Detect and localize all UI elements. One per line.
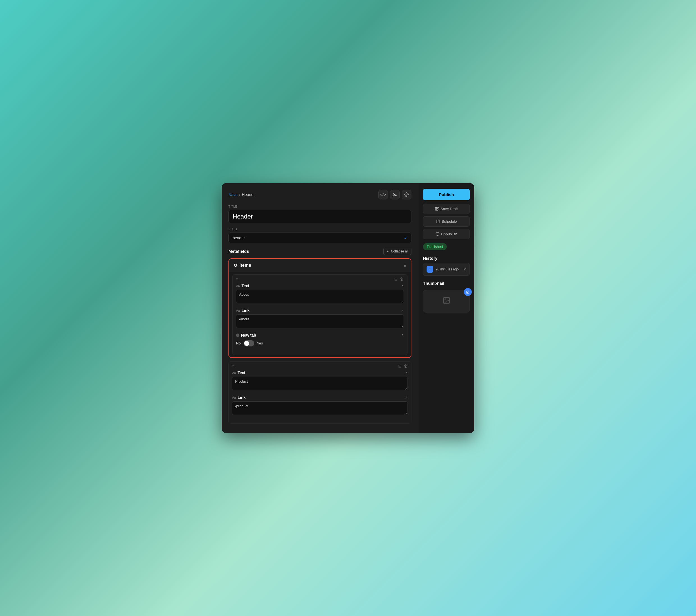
toggle-no-label: No (236, 341, 241, 345)
thumbnail-title: Thumbnail (423, 281, 470, 286)
settings-icon-button[interactable] (402, 190, 411, 199)
text-textarea[interactable]: About (236, 290, 404, 303)
text-field-title-2: Aa Text (232, 371, 245, 375)
drag-handle-icon-2[interactable]: ≡ (232, 364, 234, 368)
publish-button[interactable]: Publish (423, 189, 470, 200)
new-tab-field-row: New tab ∧ No Yes (236, 333, 404, 347)
sub-item-actions-2: ⊞ 🗑 (398, 364, 408, 368)
main-content: Navs / Header </> (222, 183, 418, 433)
items-block-second: ≡ ⊞ 🗑 Aa Text ∧ Product (228, 361, 411, 424)
history-time: 20 minutes ago (436, 267, 459, 271)
breadcrumb-navs[interactable]: Navs (228, 192, 237, 197)
slug-input[interactable] (228, 232, 411, 243)
items-label: Items (239, 263, 251, 268)
title-label: TITLE (228, 205, 411, 208)
text-field-label-row: Aa Text ∧ (236, 283, 404, 288)
link-field-row-2: Aa Link ∧ /product (232, 395, 408, 416)
history-item-left: ✦ 20 minutes ago (427, 266, 459, 273)
link-textarea-2[interactable]: /product (232, 401, 408, 415)
new-tab-toggle[interactable] (243, 340, 254, 346)
schedule-icon (436, 220, 440, 223)
title-field-group: TITLE (228, 205, 411, 223)
link-field-title-2: Aa Link (232, 395, 246, 400)
text-field-chevron[interactable]: ∧ (401, 284, 404, 288)
thumbnail-box (423, 290, 470, 312)
text-label: Text (241, 283, 249, 288)
link-type-prefix-2: Aa (232, 396, 236, 399)
text-label-2: Text (237, 371, 245, 375)
link-label: Link (241, 308, 250, 313)
schedule-label: Schedule (441, 220, 457, 224)
code-icon-button[interactable]: </> (378, 190, 388, 199)
slug-check-icon: ✓ (404, 235, 408, 240)
metafields-title: Metafields (228, 249, 249, 254)
sidebar: Publish Save Draft Schedule Unpublish (418, 183, 474, 433)
text-type-prefix: Aa (236, 284, 240, 288)
new-tab-field-label-row: New tab ∧ (236, 333, 404, 338)
link-type-prefix: Aa (236, 309, 240, 312)
link-label-2: Link (237, 395, 246, 400)
history-item[interactable]: ✦ 20 minutes ago ∨ (423, 263, 470, 276)
edit-pencil-icon (466, 290, 470, 294)
title-input[interactable] (228, 210, 411, 223)
link-field-title: Aa Link (236, 308, 250, 313)
sub-item-card-1: ≡ ⊞ 🗑 Aa Text ∧ (232, 274, 408, 355)
metafields-header: Metafields ✦ Collapse all (228, 248, 411, 255)
slug-label: SLUG (228, 228, 411, 231)
field-section-1: Aa Text ∧ About Aa Link (233, 283, 407, 355)
schedule-button[interactable]: Schedule (423, 216, 470, 227)
top-bar: Navs / Header </> (228, 190, 411, 199)
drag-handle-icon[interactable]: ≡ (236, 277, 238, 281)
svg-rect-2 (437, 220, 440, 223)
collapse-all-button[interactable]: ✦ Collapse all (383, 248, 411, 255)
link-field-label-row-2: Aa Link ∧ (232, 395, 408, 400)
unpublish-button[interactable]: Unpublish (423, 229, 470, 239)
items-block-title: ↻ Items (234, 263, 251, 268)
sub-item-actions: ⊞ 🗑 (394, 277, 404, 281)
app-container: Navs / Header </> (222, 183, 474, 433)
toggle-row: No Yes (236, 339, 404, 347)
collapse-label: Collapse all (391, 249, 408, 253)
save-draft-button[interactable]: Save Draft (423, 204, 470, 214)
copy-icon-2[interactable]: ⊞ (398, 364, 401, 368)
delete-icon-2[interactable]: 🗑 (404, 364, 408, 368)
new-tab-chevron[interactable]: ∧ (401, 333, 404, 337)
sub-item-toolbar-1: ≡ ⊞ 🗑 (233, 275, 407, 283)
history-avatar: ✦ (427, 266, 433, 273)
text-field-row-2: Aa Text ∧ Product (232, 371, 408, 391)
link-field-row: Aa Link ∧ /about (236, 308, 404, 329)
save-draft-label: Save Draft (441, 207, 458, 211)
users-icon-button[interactable] (390, 190, 400, 199)
thumbnail-placeholder-icon (443, 296, 450, 306)
copy-icon[interactable]: ⊞ (394, 277, 398, 281)
collapse-icon: ✦ (386, 249, 389, 253)
text-textarea-2[interactable]: Product (232, 377, 408, 390)
history-title: History (423, 256, 470, 261)
history-chevron-icon: ∨ (464, 267, 466, 271)
text-type-prefix-2: Aa (232, 371, 236, 374)
sub-item-toolbar-2: ≡ ⊞ 🗑 (229, 361, 411, 371)
toggle-yes-label: Yes (257, 341, 263, 345)
link-field-chevron[interactable]: ∧ (401, 309, 404, 312)
items-block-header: ↻ Items ∧ (229, 259, 411, 272)
svg-point-0 (394, 193, 395, 194)
text-field-label-row-2: Aa Text ∧ (232, 371, 408, 375)
unpublish-icon (436, 232, 440, 236)
link-field-chevron-2[interactable]: ∧ (405, 395, 408, 400)
items-block-collapse-icon[interactable]: ∧ (404, 263, 406, 268)
text-field-chevron-2[interactable]: ∧ (405, 371, 408, 375)
unpublish-label: Unpublish (441, 232, 457, 236)
new-tab-label: New tab (241, 333, 256, 338)
new-tab-dot-icon (236, 334, 239, 337)
breadcrumb-separator: / (239, 192, 240, 197)
new-tab-field-title: New tab (236, 333, 256, 338)
link-textarea[interactable]: /about (236, 314, 404, 328)
items-block-first: ↻ Items ∧ ≡ ⊞ 🗑 (228, 258, 411, 358)
svg-point-9 (445, 299, 446, 300)
save-draft-icon (435, 207, 439, 211)
items-refresh-icon: ↻ (234, 263, 237, 268)
thumbnail-edit-button[interactable] (464, 288, 472, 296)
delete-icon[interactable]: 🗑 (400, 277, 404, 281)
top-bar-icons: </> (378, 190, 411, 199)
breadcrumb: Navs / Header (228, 192, 255, 197)
